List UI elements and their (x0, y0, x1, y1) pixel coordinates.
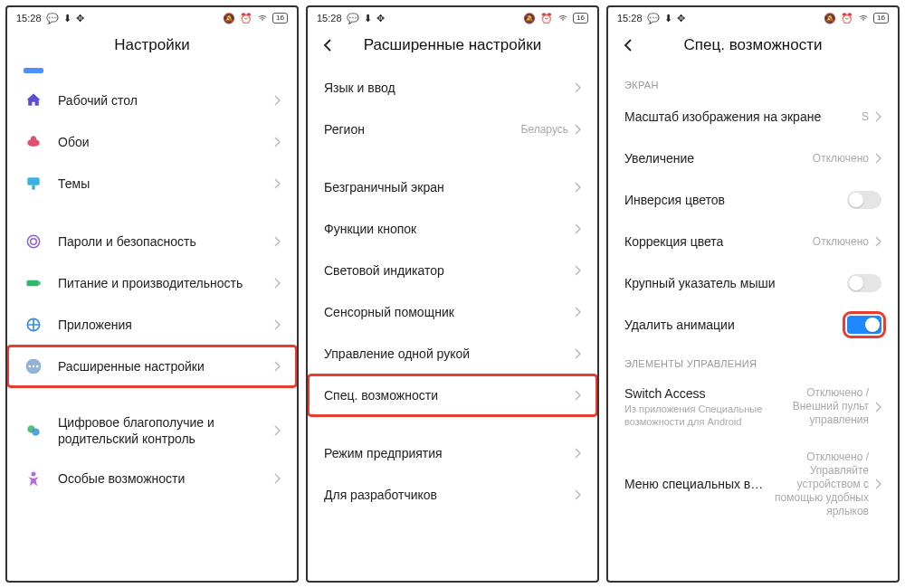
list-item-remove-animations[interactable]: Удалить анимации (608, 304, 898, 346)
list-item-advanced[interactable]: Расширенные настройки (7, 346, 297, 387)
chevron-right-icon (574, 265, 581, 276)
item-label: Масштаб изображения на экране (624, 109, 862, 125)
chevron-right-icon (574, 307, 581, 318)
more-icon (24, 356, 43, 376)
page-title: Спец. возможности (619, 36, 887, 54)
section-controls: ЭЛЕМЕНТЫ УПРАВЛЕНИЯ (608, 346, 898, 375)
item-label: Режим предприятия (324, 445, 574, 461)
status-battery: 16 (573, 13, 588, 24)
item-label: Безграничный экран (324, 179, 574, 195)
wellbeing-icon (24, 421, 43, 441)
item-label: Коррекция цвета (624, 233, 813, 250)
chevron-right-icon (574, 124, 581, 135)
list-item-magnification[interactable]: Увеличение Отключено (608, 138, 898, 179)
list-item-developer[interactable]: Для разработчиков (308, 474, 597, 516)
accessibility-icon (24, 469, 43, 488)
back-button[interactable] (617, 34, 639, 56)
list-item-buttons[interactable]: Функции кнопок (308, 208, 597, 250)
themes-icon (24, 174, 43, 194)
item-value: Отключено / Внешний пульт управления (764, 386, 869, 427)
chevron-right-icon (273, 236, 281, 247)
list-item-large-pointer[interactable]: Крупный указатель мыши (608, 262, 898, 304)
list-item-security[interactable]: Пароли и безопасность (7, 221, 297, 262)
item-label: Питание и производительность (58, 275, 273, 291)
chevron-right-icon (574, 489, 581, 500)
chevron-right-icon (273, 278, 281, 289)
item-label: Функции кнопок (324, 221, 574, 237)
apps-icon (24, 315, 43, 335)
item-label: Язык и ввод (324, 80, 574, 96)
toggle-large-pointer[interactable] (847, 274, 881, 292)
status-chat-icon: 💬 (46, 13, 59, 24)
status-wifi-icon (557, 12, 568, 24)
item-label: Управление одной рукой (324, 346, 574, 362)
list-item-battery[interactable]: Питание и производительность (7, 262, 297, 304)
phone-settings: 15:28 💬 ⬇ ✥ 🔕 ⏰ 16 Настройки Рабочий сто… (5, 5, 299, 583)
back-button[interactable] (317, 34, 338, 56)
chevron-right-icon (273, 425, 281, 436)
list-item-themes[interactable]: Темы (7, 163, 297, 204)
list-item-quickball[interactable]: Сенсорный помощник (308, 291, 597, 333)
list-item-wallpaper[interactable]: Обои (7, 121, 297, 163)
chevron-right-icon (874, 153, 881, 164)
item-label: Регион (324, 121, 521, 138)
item-value: Отключено (813, 235, 869, 249)
page-title: Расширенные настройки (319, 36, 586, 54)
list-item-language[interactable]: Язык и ввод (308, 67, 597, 109)
settings-list[interactable]: Рабочий стол Обои Темы Пароли и безопасн… (7, 67, 297, 581)
item-label: Для разработчиков (324, 487, 574, 503)
list-item-region[interactable]: Регион Беларусь (308, 109, 597, 150)
toggle-remove-animations[interactable] (847, 316, 881, 334)
list-item-fullscreen[interactable]: Безграничный экран (308, 166, 597, 208)
list-item-led[interactable]: Световой индикатор (308, 250, 597, 291)
list-item-apps[interactable]: Приложения (7, 304, 297, 346)
svg-rect-0 (27, 177, 39, 185)
status-wifi-icon (257, 12, 268, 24)
list-item-color-inversion[interactable]: Инверсия цветов (608, 179, 898, 221)
list-item-color-correction[interactable]: Коррекция цвета Отключено (608, 221, 898, 262)
chevron-right-icon (574, 223, 581, 234)
status-download-icon: ⬇ (63, 13, 71, 24)
item-label: Обои (58, 134, 273, 150)
svg-point-3 (31, 239, 37, 245)
status-battery: 16 (272, 13, 288, 24)
toggle-color-inversion[interactable] (847, 191, 881, 209)
accessibility-list[interactable]: ЭКРАН Масштаб изображения на экране S Ув… (608, 67, 898, 581)
svg-rect-4 (27, 280, 39, 287)
status-time: 15:28 (16, 13, 42, 24)
list-item-accessibility[interactable]: Спец. возможности (308, 375, 597, 416)
item-value: Отключено (813, 152, 869, 166)
item-label: Темы (58, 175, 273, 192)
status-battery: 16 (873, 13, 889, 24)
status-alarm-icon: ⏰ (240, 13, 252, 24)
svg-point-12 (32, 429, 39, 436)
wallpaper-icon (24, 132, 43, 152)
page-title: Настройки (18, 36, 286, 54)
chevron-right-icon (273, 178, 281, 189)
chevron-right-icon (273, 473, 281, 484)
item-value: Беларусь (521, 123, 568, 137)
list-item-enterprise[interactable]: Режим предприятия (308, 432, 597, 474)
item-label: Switch Access (624, 385, 764, 402)
list-item-switch-access[interactable]: Switch Access Из приложения Специальные … (608, 375, 898, 440)
item-value: Отключено / Управляйте устройством с пом… (764, 450, 869, 518)
battery-icon (24, 273, 43, 293)
list-item-onehanded[interactable]: Управление одной рукой (308, 333, 597, 375)
item-label: Световой индикатор (324, 262, 574, 279)
section-screen: ЭКРАН (608, 67, 898, 96)
header: Спец. возможности (608, 27, 898, 67)
list-item-partial[interactable] (7, 67, 297, 80)
status-misc-icon: ✥ (376, 13, 385, 24)
chevron-right-icon (874, 479, 881, 489)
list-item-display-size[interactable]: Масштаб изображения на экране S (608, 96, 898, 138)
advanced-list[interactable]: Язык и ввод Регион Беларусь Безграничный… (308, 67, 597, 581)
item-sublabel: Из приложения Специальные возможности дл… (624, 403, 764, 429)
status-alarm-icon: ⏰ (841, 13, 853, 24)
chevron-left-icon (621, 38, 635, 52)
list-item-accessibility-alt[interactable]: Особые возможности (7, 458, 297, 499)
list-item-accessibility-menu[interactable]: Меню специальных во... Отключено / Управ… (608, 440, 898, 529)
list-item-wellbeing[interactable]: Цифровое благополучие и родительский кон… (7, 403, 297, 458)
chevron-right-icon (574, 348, 581, 359)
phone-advanced: 15:28 💬 ⬇ ✥ 🔕 ⏰ 16 Расширенные настройки… (306, 5, 599, 583)
list-item-desktop[interactable]: Рабочий стол (7, 80, 297, 121)
